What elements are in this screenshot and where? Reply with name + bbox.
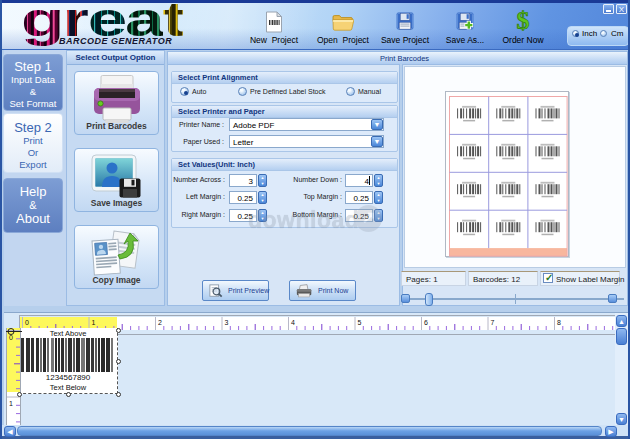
svg-text:8: 8: [557, 319, 561, 326]
svg-text:3: 3: [225, 319, 229, 326]
svg-text:1: 1: [9, 400, 13, 407]
svg-text:5: 5: [358, 319, 362, 326]
svg-text:6: 6: [424, 319, 428, 326]
svg-text:2: 2: [158, 319, 162, 326]
svg-text:$: $: [517, 8, 530, 34]
svg-text:4: 4: [291, 319, 295, 326]
svg-text:0: 0: [25, 319, 29, 326]
svg-text:7: 7: [491, 319, 495, 326]
svg-text:1: 1: [92, 319, 96, 326]
